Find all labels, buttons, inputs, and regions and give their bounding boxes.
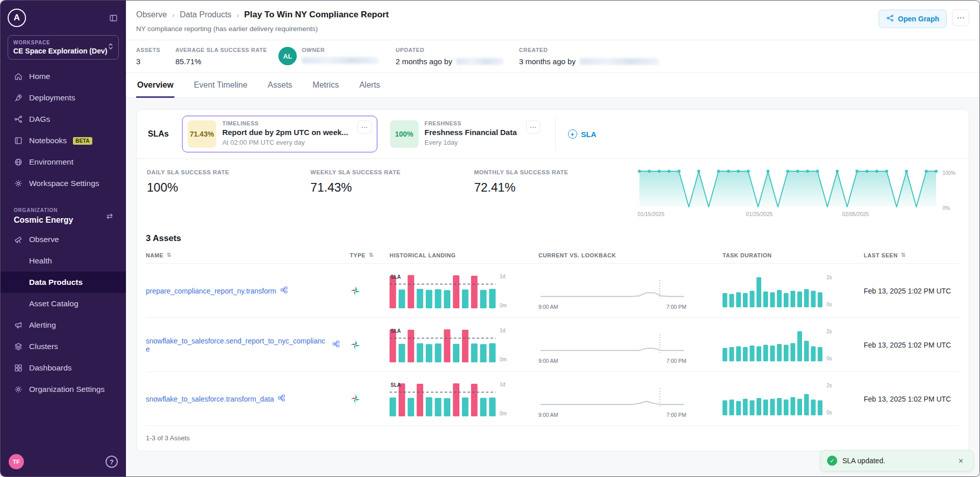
sort-icon: ⇅ xyxy=(369,252,374,258)
astronomer-logo[interactable]: A xyxy=(8,9,26,27)
lookback-sparkline xyxy=(538,333,686,354)
current-vs-lookback-cell: 9:00 AM 7:00 PM xyxy=(538,380,723,418)
sidebar-item-workspace-settings[interactable]: Workspace Settings xyxy=(8,173,119,194)
sla-card-title: Freshness Financial Data xyxy=(425,128,517,137)
daily-sla-rate-label: DAILY SLA SUCCESS RATE xyxy=(147,169,311,175)
sidebar-item-organization-settings[interactable]: Organization Settings xyxy=(8,379,119,400)
breadcrumb-data-products[interactable]: Data Products xyxy=(179,10,231,19)
historical-landing-y-axis: 1d 0m xyxy=(500,328,507,362)
sidebar-item-home[interactable]: Home xyxy=(8,66,119,87)
stat-updated: UPDATED 2 months ago by xyxy=(396,47,519,66)
sidebar-item-alerting[interactable]: Alerting xyxy=(8,314,119,336)
asset-name-link[interactable]: snowflake_to_salesforce.transform_data xyxy=(146,395,274,403)
column-header-last-seen[interactable]: LAST SEEN⇅ xyxy=(864,252,960,258)
current-vs-lookback-cell: 9:00 AM 7:00 PM xyxy=(538,326,723,364)
table-row[interactable]: snowflake_to_salesforce.transform_data S… xyxy=(146,372,960,426)
sidebar-item-label: Observe xyxy=(29,235,59,244)
lineage-icon xyxy=(278,394,285,404)
graph-icon xyxy=(886,14,894,23)
sidebar-item-label: DAGs xyxy=(29,115,50,124)
sidebar-item-clusters[interactable]: Clusters xyxy=(8,336,119,357)
tab-alerts[interactable]: Alerts xyxy=(358,73,381,98)
sidebar-item-environment[interactable]: Environment xyxy=(8,151,119,173)
asset-name-link[interactable]: snowflake_to_salesforce.send_report_to_n… xyxy=(146,337,328,353)
column-header-type[interactable]: TYPE⇅ xyxy=(350,252,390,258)
overview-panel: SLAs 71.43%TIMELINESSReport due by 2pm U… xyxy=(136,109,969,452)
sidebar-item-deployments[interactable]: Deployments xyxy=(8,87,119,109)
asset-name-cell: prepare_compliance_report_ny.transform xyxy=(146,286,350,296)
sla-card-text: TIMELINESSReport due by 2pm UTC on week.… xyxy=(222,120,348,146)
sidebar-item-notebooks[interactable]: NotebooksBETA xyxy=(8,130,119,151)
sidebar-item-dags[interactable]: DAGs xyxy=(8,109,119,130)
sla-card-freshness[interactable]: 100%FRESHNESSFreshness Financial DataEve… xyxy=(384,116,546,152)
observe-icon xyxy=(14,235,23,244)
tab-assets[interactable]: Assets xyxy=(267,73,293,98)
y-tick: 2s xyxy=(827,275,832,280)
sidebar-item-observe[interactable]: Observe xyxy=(8,229,119,250)
toast-notification: ✓ SLA updated. ✕ xyxy=(820,450,973,471)
asset-name-link[interactable]: prepare_compliance_report_ny.transform xyxy=(146,287,276,295)
redacted-user-name xyxy=(456,58,503,65)
column-header-current-vs-lookback: CURRENT VS. LOOKBACK xyxy=(538,252,723,258)
sidebar-collapse-icon[interactable] xyxy=(108,13,119,23)
task-duration-y-axis: 2s 0s xyxy=(827,275,832,307)
historical-landing-bars xyxy=(390,274,496,308)
sidebar-item-label: Asset Catalog xyxy=(29,299,79,308)
x-tick: 7:00 PM xyxy=(666,412,686,418)
switch-organization-icon[interactable]: ⇄ xyxy=(106,211,113,221)
tab-event-timeline[interactable]: Event Timeline xyxy=(193,73,248,98)
divider xyxy=(555,118,556,150)
organization-label: ORGANIZATION xyxy=(14,207,73,213)
stat-owner-label: OWNER xyxy=(302,47,378,53)
asset-name-cell: snowflake_to_salesforce.transform_data xyxy=(146,394,350,404)
sla-card-menu-button[interactable]: ⋯ xyxy=(526,120,540,134)
tab-metrics[interactable]: Metrics xyxy=(312,73,340,98)
stat-owner: AL OWNER xyxy=(278,47,396,65)
breadcrumb-observe[interactable]: Observe xyxy=(136,10,167,19)
sla-cards: 71.43%TIMELINESSReport due by 2pm UTC on… xyxy=(182,116,546,152)
assets-section: 3 Assets NAME⇅ TYPE⇅ HISTORICAL LANDING … xyxy=(137,224,969,451)
historical-landing-y-axis: 1d 0m xyxy=(500,274,507,308)
y-tick: 1d xyxy=(500,328,507,333)
sidebar-item-label: Deployments xyxy=(29,93,75,102)
add-sla-button[interactable]: + SLA xyxy=(565,129,600,139)
workspace-selector[interactable]: WORKSPACE CE Space Exploration (Dev) xyxy=(8,35,119,60)
sla-percentage-chip: 71.43% xyxy=(188,120,216,148)
user-avatar[interactable]: TF xyxy=(9,454,24,469)
stat-created-value: 3 months ago by xyxy=(519,57,576,66)
sla-card-menu-button[interactable]: ⋯ xyxy=(357,120,372,134)
sidebar-item-label: Organization Settings xyxy=(29,385,105,394)
y-tick: 0m xyxy=(500,303,507,308)
app-window: A WORKSPACE CE Space Exploration (Dev) H… xyxy=(0,0,980,477)
weekly-sla-rate: WEEKLY SLA SUCCESS RATE 71.43% xyxy=(311,169,474,195)
sidebar-item-label: Clusters xyxy=(29,342,58,351)
help-button[interactable]: ? xyxy=(106,456,118,468)
organization-header-text: ORGANIZATION Cosmic Energy xyxy=(14,207,73,225)
sort-icon: ⇅ xyxy=(901,252,906,258)
toast-message: SLA updated. xyxy=(842,457,950,465)
table-row[interactable]: prepare_compliance_report_ny.transform S… xyxy=(146,264,960,318)
sidebar-item-health[interactable]: Health xyxy=(8,250,119,272)
x-tick: 7:00 PM xyxy=(666,304,686,310)
sidebar-item-asset-catalog[interactable]: Asset Catalog xyxy=(8,293,119,314)
sidebar-item-label: Alerting xyxy=(29,321,56,330)
y-tick: 0m xyxy=(500,357,507,362)
historical-landing-cell: SLA 1d 0m xyxy=(390,274,538,308)
historical-landing-chart: SLA xyxy=(390,382,496,416)
toast-close-icon[interactable]: ✕ xyxy=(955,457,967,465)
task-duration-cell: 2s 0s xyxy=(723,275,864,307)
assets-title: 3 Assets xyxy=(146,233,960,244)
tab-overview[interactable]: Overview xyxy=(136,73,174,98)
sla-card-timeliness[interactable]: 71.43%TIMELINESSReport due by 2pm UTC on… xyxy=(182,116,377,152)
column-header-name[interactable]: NAME⇅ xyxy=(146,252,350,258)
sla-chart-x-axis: 01/15/2025 01/25/2025 02/05/2025 xyxy=(637,211,938,219)
page-title: Play To Win NY Compliance Report xyxy=(244,10,389,20)
column-header-historical-landing: HISTORICAL LANDING xyxy=(390,252,538,258)
task-duration-y-axis: 2s 0s xyxy=(827,383,832,415)
open-graph-button[interactable]: Open Graph xyxy=(879,10,947,28)
sidebar-item-label: Health xyxy=(29,256,52,266)
sidebar-item-data-products[interactable]: Data Products xyxy=(1,272,126,293)
page-menu-button[interactable]: ⋯ xyxy=(952,10,969,26)
table-row[interactable]: snowflake_to_salesforce.send_report_to_n… xyxy=(146,318,960,372)
sidebar-item-dashboards[interactable]: Dashboards xyxy=(8,357,119,379)
